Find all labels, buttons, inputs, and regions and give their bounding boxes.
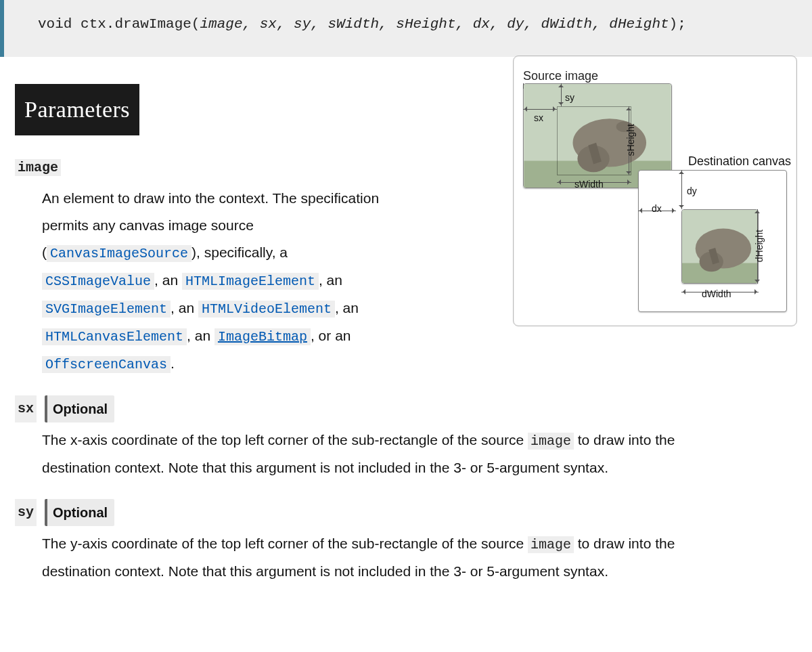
- label-swidth: sWidth: [574, 175, 604, 194]
- link-svgimageelement[interactable]: SVGImageElement: [42, 301, 171, 318]
- param-sx-desc: The x-axis coordinate of the top left co…: [42, 427, 692, 481]
- signature-close: );: [669, 16, 686, 32]
- param-image-name: image: [15, 159, 61, 176]
- text: The y-axis coordinate of the top left co…: [42, 536, 528, 551]
- text: , an: [319, 272, 342, 288]
- keyword-void: void: [38, 16, 72, 32]
- code-image: image: [528, 433, 574, 450]
- source-crop-rect: [557, 106, 631, 175]
- param-sx-term: sx Optional: [15, 395, 797, 422]
- link-htmlvideoelement[interactable]: HTMLVideoElement: [198, 301, 335, 318]
- code-signature: void ctx.drawImage(image, sx, sy, sWidth…: [0, 0, 812, 57]
- link-htmlimageelement[interactable]: HTMLImageElement: [182, 273, 319, 290]
- dest-image-thumb: [681, 209, 759, 284]
- link-cssimagevalue[interactable]: CSSImageValue: [42, 273, 154, 290]
- label-sx: sx: [534, 109, 543, 127]
- param-sx-name: sx: [15, 395, 37, 422]
- diagram-container: Source image sx sy sWidth sHeight D: [513, 56, 797, 326]
- param-sy-desc: The y-axis coordinate of the top left co…: [42, 530, 692, 585]
- link-imagebitmap[interactable]: ImageBitmap: [215, 328, 311, 345]
- code-image: image: [528, 536, 574, 553]
- text: , an: [154, 272, 182, 288]
- label-dheight: dHeight: [750, 230, 769, 262]
- param-sy-term: sy Optional: [15, 499, 797, 526]
- text: , an: [187, 328, 215, 343]
- heading-parameters: Parameters: [15, 84, 139, 136]
- label-dwidth: dWidth: [702, 285, 731, 303]
- link-htmlcanvaselement[interactable]: HTMLCanvasElement: [42, 328, 187, 345]
- drawimage-diagram: Source image sx sy sWidth sHeight D: [513, 56, 797, 326]
- text: , an: [171, 300, 198, 316]
- param-image-desc: An element to draw into the context. The…: [42, 185, 394, 378]
- diagram-dest-caption: Destination canvas: [688, 150, 791, 173]
- label-dy: dy: [687, 182, 697, 200]
- link-canvasimagesource[interactable]: CanvasImageSource: [47, 245, 191, 262]
- text: ), specifically, a: [191, 244, 288, 260]
- param-sy-name: sy: [15, 499, 37, 526]
- badge-optional: Optional: [45, 395, 114, 422]
- label-dx: dx: [652, 200, 662, 218]
- text: .: [171, 355, 175, 371]
- label-sheight: sHeight: [622, 124, 640, 156]
- link-offscreencanvas[interactable]: OffscreenCanvas: [42, 356, 171, 373]
- text: , or an: [311, 328, 351, 343]
- text: , an: [335, 300, 359, 316]
- signature-args: image, sx, sy, sWidth, sHeight, dx, dy, …: [200, 16, 669, 32]
- signature-call: ctx.drawImage(: [81, 16, 200, 32]
- label-sy: sy: [565, 89, 574, 107]
- badge-optional: Optional: [45, 499, 114, 526]
- text: The x-axis coordinate of the top left co…: [42, 432, 528, 448]
- rhino-icon: [682, 210, 758, 283]
